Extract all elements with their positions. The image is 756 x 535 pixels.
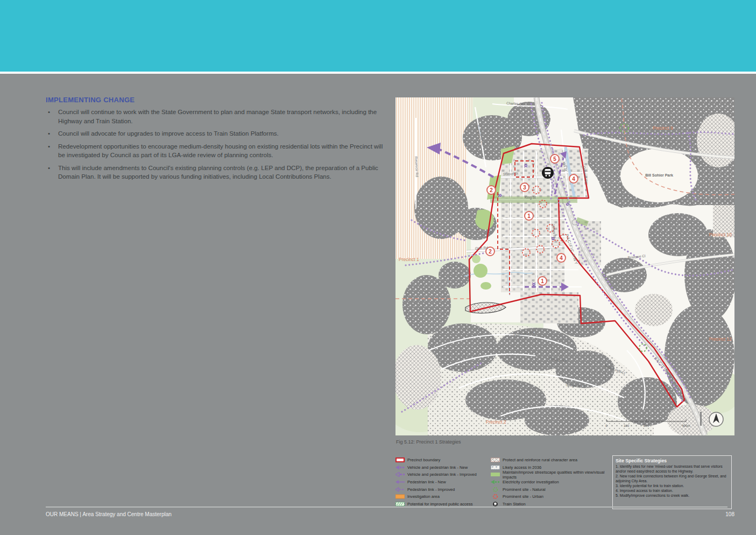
svg-text:200: 200 [644,424,649,427]
train-station-legend-icon [491,502,500,506]
strategy-item: 4. Improved access to train station. [616,489,729,494]
park-label: Bill Sohier Park [645,173,673,177]
strategy-item: 3. Identify potential for link to train … [616,484,729,489]
map-caption: Fig 5.12: Precinct 1 Strategies [396,439,461,445]
legend-row: Prominent site - Urban [491,493,612,501]
svg-text:»: » [498,191,502,199]
svg-text:1: 1 [541,278,544,284]
legend-row: Investigation area [395,493,491,501]
pedestrian-link-new-icon [395,480,405,484]
prominent-site-natural-icon [491,487,500,492]
svg-text:4: 4 [572,176,575,182]
legend-row: Vehicle and pedestrian link - Improved [395,471,491,478]
svg-text:»: » [521,164,529,168]
legend-row: Protect and reinforce rural character ar… [491,456,612,464]
svg-text:2: 2 [489,249,492,255]
footer-document-title: OUR MEANS | Area Strategy and Centre Mas… [46,511,172,517]
vehicle-ped-link-new-icon [395,465,405,470]
svg-text:5: 5 [553,156,556,162]
prominent-site-urban-icon [491,494,500,499]
svg-text:King St: King St [525,195,536,200]
legend-row: Pedestrian link - Improved [395,485,491,493]
section-heading: IMPLEMENTING CHANGE [46,96,386,104]
bullet-item: This will include amendments to Council'… [46,164,386,181]
site-specific-strategies-box: Site Specific Strategies 1. Identify sit… [612,455,732,509]
investigation-area-swatch-icon [395,494,405,499]
bullet-item: Council will advocate for upgrades to im… [46,129,386,138]
strategy-item: 1. Identify sites for new 'mixed-use' bu… [616,464,729,474]
electricity-corridor-arrow-icon [491,480,500,484]
bullet-list: Council will continue to work with the S… [46,108,386,181]
public-access-swatch-icon [395,502,405,506]
page-number: 108 [725,511,734,517]
svg-text:Precinct 12: Precinct 12 [709,336,732,342]
precinct-map: » » » » » » 5 4 3 2 1 2 4 1 Station St K… [395,97,734,435]
svg-text:Precinct 1: Precinct 1 [399,257,419,262]
precinct-boundary-swatch-icon [395,457,405,462]
strategy-item: 2. New road link connections between Kin… [616,474,729,484]
body-text-column: IMPLEMENTING CHANGE Council will continu… [46,96,386,185]
svg-text:4: 4 [560,255,563,261]
svg-text:Station St: Station St [503,172,519,176]
legend-row: Precinct boundary [395,456,491,464]
footer-rule [46,506,727,508]
rural-character-swatch-icon [491,457,500,462]
vehicle-ped-link-improved-icon [395,472,405,477]
legend-row: Prominent site - Natural [491,485,612,493]
header-band [0,0,756,72]
svg-text:100: 100 [624,424,630,427]
svg-text:2: 2 [490,187,493,193]
document-page: { "header": {}, "content": { "heading": … [0,0,756,535]
legend-row: Maintain/improve streetscape qualities w… [491,471,612,478]
legend-column-right: Protect and reinforce rural character ar… [491,456,612,508]
strategy-item: 5. Modify/improve connections to creek w… [616,494,729,498]
train-station-icon [542,167,554,179]
svg-text:3: 3 [523,185,526,191]
legend-row: Vehicle and pedestrian link - New [395,464,491,471]
svg-text:1: 1 [527,213,531,219]
strategies-title: Site Specific Strategies [616,458,729,463]
svg-text:Precinct 2: Precinct 2 [486,419,506,425]
svg-text:»: » [530,282,539,286]
bullet-item: Redevelopment opportunities to encourage… [46,142,386,160]
header-band-rule [0,72,756,74]
streetscape-quality-swatch-icon [491,472,500,477]
legend-column-left: Precinct boundary Vehicle and pedestrian… [395,456,491,508]
svg-text:Precinct 10: Precinct 10 [709,232,732,237]
map-svg: » » » » » » 5 4 3 2 1 2 4 1 Station St K… [395,97,734,435]
svg-text:400m: 400m [682,424,690,427]
bullet-item: Council will continue to work with the S… [46,108,386,125]
legend-row: Pedestrian link - New [395,478,491,486]
pedestrian-link-improved-icon [395,487,405,492]
svg-text:Precinct 9: Precinct 9 [653,125,673,131]
likely-access-swatch-icon [491,465,500,470]
